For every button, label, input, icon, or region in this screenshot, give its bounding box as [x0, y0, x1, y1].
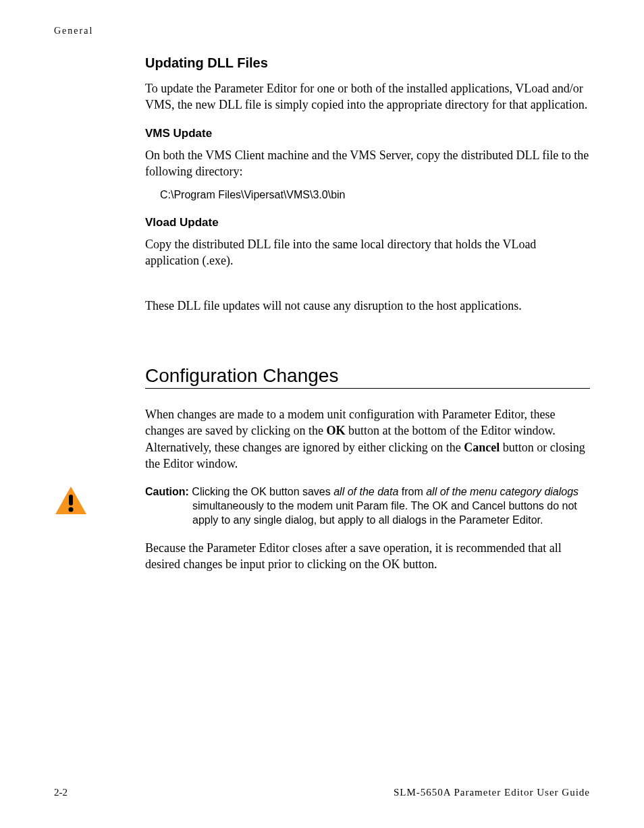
main-content: Updating DLL Files To update the Paramet… — [145, 55, 590, 572]
doc-title: SLM-5650A Parameter Editor User Guide — [394, 787, 590, 798]
vload-update-text: Copy the distributed DLL file into the s… — [145, 236, 590, 269]
dll-note: These DLL file updates will not cause an… — [145, 298, 590, 314]
updating-dll-title: Updating DLL Files — [145, 55, 590, 71]
caution-block: Caution: Clicking the OK button saves al… — [54, 485, 590, 527]
section-rule — [145, 388, 590, 389]
caution-line1-c: simultaneously to the modem unit Param f… — [192, 500, 577, 526]
vms-update-title: VMS Update — [145, 127, 590, 140]
svg-point-2 — [69, 507, 74, 512]
page-header: General — [54, 26, 590, 36]
svg-rect-1 — [69, 495, 73, 505]
config-closing: Because the Parameter Editor closes afte… — [145, 540, 590, 573]
vms-path: C:\Program Files\Vipersat\VMS\3.0\bin — [160, 189, 590, 201]
config-para1: When changes are made to a modem unit co… — [145, 406, 590, 472]
caution-text: Caution: Clicking the OK button saves al… — [145, 485, 590, 527]
vload-update-title: Vload Update — [145, 216, 590, 229]
caution-line1-b: from — [398, 486, 426, 497]
caution-italic2: all of the menu category dialogs — [426, 486, 579, 497]
vms-update-text: On both the VMS Client machine and the V… — [145, 147, 590, 180]
updating-dll-intro: To update the Parameter Editor for one o… — [145, 80, 590, 113]
caution-label: Caution: — [145, 486, 189, 497]
ok-bold: OK — [326, 424, 345, 437]
caution-italic1: all of the data — [333, 486, 398, 497]
page-number: 2-2 — [54, 787, 68, 798]
config-changes-title: Configuration Changes — [145, 365, 590, 387]
caution-icon — [54, 485, 88, 518]
caution-line1-a: Clicking the OK button saves — [192, 486, 333, 497]
cancel-bold: Cancel — [464, 441, 500, 454]
page-footer: 2-2 SLM-5650A Parameter Editor User Guid… — [54, 787, 590, 798]
